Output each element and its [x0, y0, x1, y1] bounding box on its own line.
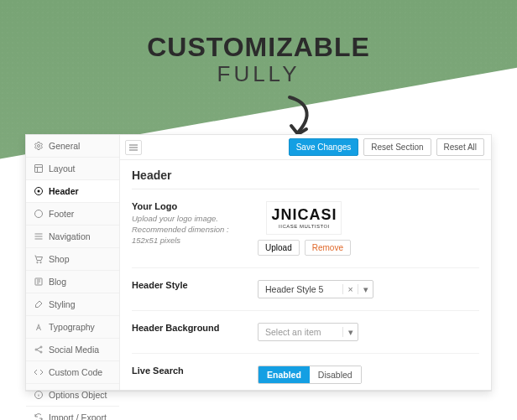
share-icon [34, 345, 44, 355]
cart-icon [34, 254, 44, 264]
field-label: Your Logo [132, 201, 177, 211]
reset-all-button[interactable]: Reset All [436, 138, 484, 156]
save-changes-button[interactable]: Save Changes [289, 138, 359, 156]
field-your-logo: Your Logo Upload your logo image. Recomm… [132, 189, 479, 268]
field-header-style: Header Style Header Style 5 × ▾ [132, 268, 479, 311]
hero: CUSTOMIZABLE FULLY [0, 32, 517, 87]
sidebar-item-typography[interactable]: Typography [26, 316, 119, 339]
header-background-select[interactable]: Select an item ▾ [258, 323, 358, 341]
sidebar-item-general[interactable]: General [26, 135, 119, 158]
sidebar-item-label: Navigation [49, 231, 91, 241]
sidebar-item-label: Typography [49, 322, 95, 332]
sidebar-item-label: Custom Code [49, 367, 102, 377]
svg-point-5 [37, 262, 39, 263]
remove-logo-button[interactable]: Remove [305, 240, 351, 256]
svg-point-0 [38, 145, 40, 148]
sidebar-item-blog[interactable]: Blog [26, 271, 119, 293]
clear-icon[interactable]: × [342, 284, 358, 294]
sidebar-item-custom-code[interactable]: Custom Code [26, 361, 119, 384]
sidebar-item-label: Social Media [49, 345, 99, 355]
field-description: Upload your logo image. Recommended dime… [132, 214, 246, 246]
logo-text-sub: IICASE MULTISTOI [279, 224, 330, 229]
svg-point-8 [35, 349, 37, 350]
sidebar: General Layout Header Footer Navigation … [26, 135, 120, 390]
sidebar-item-label: General [49, 141, 80, 151]
code-icon [34, 367, 44, 377]
info-icon [34, 390, 44, 400]
select-value: Header Style 5 [258, 284, 342, 294]
main: Save Changes Reset Section Reset All Hea… [120, 135, 491, 390]
layout-icon [34, 163, 44, 174]
typography-icon [34, 322, 44, 332]
sidebar-item-footer[interactable]: Footer [26, 203, 119, 226]
select-placeholder: Select an item [258, 327, 342, 337]
header-icon [34, 186, 44, 196]
svg-point-10 [40, 351, 42, 353]
sidebar-item-label: Layout [49, 163, 76, 174]
reset-section-button[interactable]: Reset Section [363, 138, 431, 156]
field-label: Live Search [132, 366, 184, 376]
sidebar-item-label: Import / Export [49, 412, 107, 420]
collapse-sidebar-button[interactable] [125, 140, 142, 155]
sidebar-item-label: Options Object [49, 390, 107, 400]
sidebar-item-styling[interactable]: Styling [26, 293, 119, 316]
page-title: Header [132, 169, 479, 189]
options-panel: General Layout Header Footer Navigation … [25, 134, 492, 391]
header-style-select[interactable]: Header Style 5 × ▾ [258, 280, 373, 298]
field-label: Header Background [132, 323, 220, 333]
sidebar-item-label: Styling [49, 299, 76, 309]
sidebar-item-label: Blog [49, 277, 66, 287]
svg-point-2 [38, 190, 40, 193]
upload-logo-button[interactable]: Upload [258, 240, 300, 256]
sidebar-item-navigation[interactable]: Navigation [26, 226, 119, 248]
sidebar-item-label: Header [49, 186, 79, 196]
svg-point-9 [40, 346, 42, 348]
field-header-background: Header Background Select an item ▾ [132, 311, 479, 354]
blog-icon [34, 277, 44, 287]
sidebar-item-label: Shop [49, 254, 70, 264]
logo-text-main: JNICASI [271, 207, 337, 222]
content: Header Your Logo Upload your logo image.… [120, 160, 491, 390]
sidebar-item-social-media[interactable]: Social Media [26, 339, 119, 361]
toggle-enabled[interactable]: Enabled [258, 366, 310, 383]
chevron-down-icon[interactable]: ▾ [358, 284, 373, 294]
toggle-disabled[interactable]: Disabled [310, 366, 361, 383]
field-label: Header Style [132, 280, 188, 290]
footer-icon [34, 209, 44, 219]
sidebar-item-shop[interactable]: Shop [26, 248, 119, 271]
svg-point-6 [40, 262, 42, 263]
hero-title: CUSTOMIZABLE [0, 32, 517, 63]
menu-icon [34, 231, 44, 241]
logo-preview: JNICASI IICASE MULTISTOI [266, 201, 342, 235]
brush-icon [34, 299, 44, 309]
chevron-down-icon[interactable]: ▾ [342, 327, 358, 337]
live-search-toggle[interactable]: Enabled Disabled [258, 366, 362, 384]
hero-subtitle: FULLY [0, 61, 517, 87]
svg-rect-1 [35, 165, 43, 173]
sidebar-item-layout[interactable]: Layout [26, 158, 119, 180]
sidebar-item-options-object[interactable]: Options Object [26, 384, 119, 407]
svg-point-4 [35, 210, 43, 218]
sidebar-item-label: Footer [49, 209, 74, 219]
refresh-icon [34, 412, 44, 420]
field-live-search: Live Search Enabled Disabled [132, 354, 479, 390]
sidebar-item-import-export[interactable]: Import / Export [26, 407, 119, 420]
gear-icon [34, 141, 44, 151]
sidebar-item-header[interactable]: Header [26, 180, 119, 203]
toolbar: Save Changes Reset Section Reset All [120, 135, 491, 160]
